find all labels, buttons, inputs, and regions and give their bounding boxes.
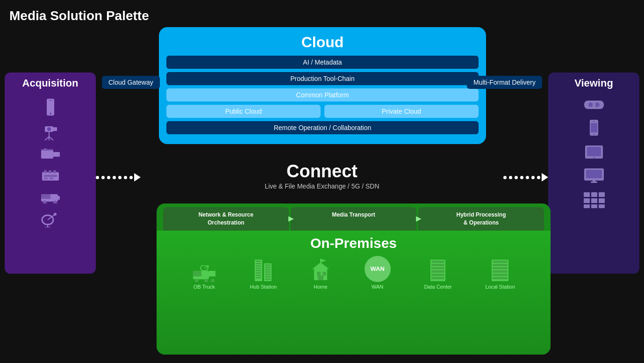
common-platform-bar: Common Platform [166, 88, 479, 102]
camera-tripod-icon [41, 123, 60, 143]
cloud-title: Cloud [166, 34, 479, 51]
hub-station-label: Hub Station [250, 284, 277, 290]
svg-rect-45 [584, 192, 590, 197]
svg-rect-50 [599, 198, 605, 203]
svg-rect-46 [591, 192, 597, 197]
svg-marker-82 [321, 259, 326, 262]
home-label: Home [314, 284, 327, 290]
svg-rect-65 [256, 261, 261, 262]
data-center-label: Data Center [424, 284, 451, 290]
svg-rect-70 [256, 272, 261, 274]
svg-point-59 [211, 279, 215, 282]
ob-truck-icon [192, 265, 216, 282]
svg-rect-93 [431, 274, 444, 276]
svg-rect-9 [41, 150, 53, 159]
svg-rect-1 [49, 100, 52, 101]
svg-line-7 [45, 137, 49, 140]
acquisition-icons [40, 98, 61, 230]
connect-section: Connect Live & File Media Exchange / 5G … [112, 161, 532, 190]
svg-rect-75 [265, 267, 271, 268]
svg-rect-37 [591, 123, 597, 132]
arrow-head-right [542, 173, 548, 182]
svg-rect-10 [53, 152, 60, 157]
tab-hybrid-processing: Hybrid Processing & Operations [418, 207, 544, 231]
svg-rect-49 [591, 198, 597, 203]
broadcast-camera-icon [40, 147, 61, 164]
ob-truck-label: OB Truck [193, 284, 215, 290]
svg-point-58 [204, 279, 208, 282]
tablet-icon [584, 145, 604, 162]
satellite-dish-icon [41, 211, 60, 230]
cloud-gateway-label: Cloud Gateway [102, 76, 160, 89]
onprem-tabs-row: Network & Resource Orchestration Media T… [157, 203, 551, 231]
svg-rect-69 [256, 270, 261, 271]
viewing-title: Viewing [574, 77, 613, 89]
svg-rect-89 [431, 261, 444, 263]
svg-rect-92 [431, 270, 444, 273]
svg-rect-14 [44, 170, 47, 173]
dot [537, 176, 540, 179]
onprem-inner: On-Premises OB Truck [157, 231, 551, 355]
svg-rect-48 [584, 198, 590, 203]
wan-circle: WAN [365, 256, 391, 282]
connect-title: Connect [112, 161, 532, 182]
page-title: Media Solution Palette [9, 8, 149, 23]
acquisition-panel: Acquisition [5, 73, 96, 274]
svg-rect-17 [44, 175, 57, 177]
svg-rect-80 [265, 278, 271, 280]
cloud-row-public-private: Public Cloud Private Cloud [166, 105, 479, 118]
onprem-title: On-Premises [166, 235, 541, 251]
multi-format-delivery-label: Multi-Format Delivery [467, 76, 542, 89]
wan-label: WAN [372, 284, 383, 290]
tab-media-transport: Media Transport [291, 207, 416, 231]
svg-point-4 [47, 127, 51, 131]
svg-rect-99 [493, 270, 508, 273]
svg-rect-12 [41, 149, 53, 151]
cloud-section: Cloud AI / Metadata Production Tool-Chai… [159, 27, 486, 144]
svg-line-8 [49, 137, 53, 140]
svg-rect-94 [431, 277, 444, 279]
svg-marker-56 [209, 271, 215, 276]
svg-rect-33 [593, 104, 595, 106]
mixer-icon [41, 168, 60, 185]
phone-icon [43, 98, 57, 119]
svg-rect-72 [256, 277, 261, 278]
svg-rect-97 [493, 264, 508, 266]
svg-rect-76 [265, 269, 271, 270]
onprem-icons-row: OB Truck [166, 256, 541, 290]
svg-rect-16 [53, 170, 56, 173]
svg-rect-79 [265, 276, 271, 277]
local-station-item: Local Station [486, 259, 515, 290]
onprem-section: Network & Resource Orchestration Media T… [157, 203, 551, 355]
svg-rect-90 [431, 264, 444, 266]
svg-rect-15 [49, 170, 51, 173]
acquisition-title: Acquisition [22, 77, 79, 89]
hub-station-item: Hub Station [250, 259, 277, 290]
tv-icon [583, 167, 605, 186]
svg-rect-100 [493, 274, 508, 276]
svg-point-57 [195, 279, 199, 282]
data-center-item: Data Center [424, 259, 451, 290]
svg-point-31 [588, 102, 593, 107]
svg-rect-66 [256, 263, 261, 264]
home-item: Home [310, 259, 331, 290]
svg-rect-74 [265, 264, 271, 266]
svg-point-62 [207, 265, 209, 267]
tab-network-orchestration: Network & Resource Orchestration [163, 207, 289, 231]
svg-rect-85 [317, 272, 321, 276]
svg-rect-98 [493, 267, 508, 269]
svg-rect-91 [431, 267, 444, 269]
svg-rect-18 [44, 178, 48, 179]
svg-rect-47 [599, 192, 605, 197]
remote-operation-bar: Remote Operation / Collaboration [166, 121, 479, 134]
svg-rect-5 [53, 127, 57, 131]
dot [96, 176, 99, 179]
ob-truck-item: OB Truck [192, 265, 216, 290]
wan-item: WAN WAN [365, 256, 391, 290]
svg-rect-87 [318, 276, 323, 280]
svg-rect-77 [265, 271, 271, 273]
svg-rect-21 [41, 194, 50, 199]
connect-subtitle: Live & File Media Exchange / 5G / SDN [112, 182, 532, 190]
svg-rect-67 [256, 265, 261, 267]
svg-rect-71 [256, 275, 261, 276]
